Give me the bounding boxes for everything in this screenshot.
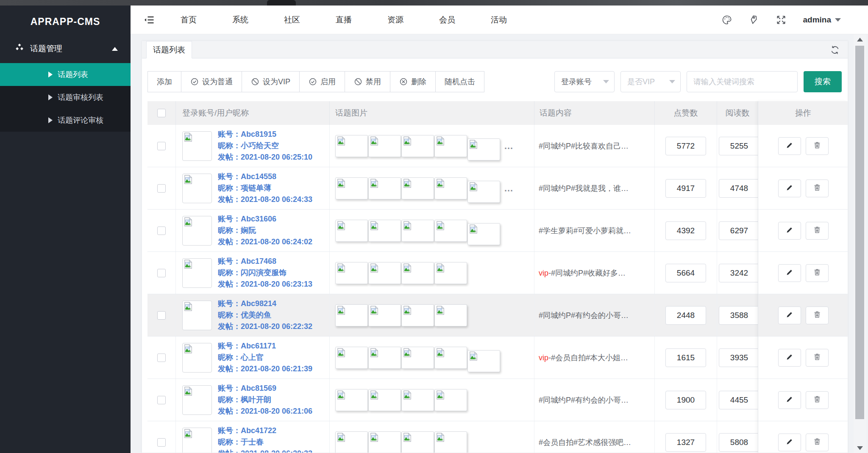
topic-image-broken-thumbnail[interactable] [467,350,500,372]
topic-image-broken-thumbnail[interactable] [335,177,368,199]
sidebar-fold-icon[interactable] [143,14,155,26]
reads-count[interactable]: 4748 [719,179,760,198]
topic-image-broken-thumbnail[interactable] [467,223,500,245]
topic-image-broken-thumbnail[interactable] [401,262,434,284]
topic-image-broken-thumbnail[interactable] [368,262,401,284]
delete-button[interactable] [806,434,829,451]
delete-button[interactable] [806,307,829,324]
nav-item-0[interactable]: 首页 [181,14,197,25]
likes-count[interactable]: 5772 [665,137,706,155]
toolbar-button-4[interactable]: 禁用 [345,71,390,92]
search-button[interactable]: 搜索 [804,71,842,92]
select-all-checkbox[interactable] [157,109,166,117]
delete-button[interactable] [806,264,829,282]
reads-count[interactable]: 5808 [719,433,760,452]
vertical-scrollbar[interactable] [854,34,866,453]
edit-button[interactable] [778,434,801,451]
row-checkbox[interactable] [157,142,166,150]
likes-count[interactable]: 5664 [665,264,706,282]
toolbar-button-1[interactable]: 设为普通 [181,71,242,92]
topic-image-broken-thumbnail[interactable] [434,304,467,326]
reads-count[interactable]: 3588 [719,306,760,325]
toolbar-button-6[interactable]: 随机点击 [435,71,484,92]
topic-image-broken-thumbnail[interactable] [467,181,500,203]
topic-image-broken-thumbnail[interactable] [335,389,368,411]
topic-image-broken-thumbnail[interactable] [434,135,467,157]
row-checkbox[interactable] [157,184,166,193]
nav-item-4[interactable]: 资源 [387,14,403,25]
topic-image-broken-thumbnail[interactable] [434,431,467,453]
delete-button[interactable] [806,349,829,367]
edit-button[interactable] [778,349,801,367]
refresh-icon[interactable] [830,45,840,57]
delete-button[interactable] [806,391,829,409]
topic-image-broken-thumbnail[interactable] [401,431,434,453]
delete-button[interactable] [806,222,829,240]
account-field-select[interactable]: 登录账号 [554,71,615,92]
row-checkbox[interactable] [157,354,166,362]
topic-image-broken-thumbnail[interactable] [401,304,434,326]
toolbar-button-3[interactable]: 启用 [299,71,345,92]
user-menu[interactable]: admina [803,15,841,25]
topic-image-broken-thumbnail[interactable] [401,135,434,157]
toolbar-button-5[interactable]: 删除 [390,71,436,92]
edit-button[interactable] [778,264,801,282]
topic-image-broken-thumbnail[interactable] [368,304,401,326]
topic-image-broken-thumbnail[interactable] [467,138,500,160]
delete-button[interactable] [806,137,829,155]
topic-image-broken-thumbnail[interactable] [434,389,467,411]
row-checkbox[interactable] [157,396,166,404]
row-checkbox[interactable] [157,269,166,277]
topic-image-broken-thumbnail[interactable] [434,177,467,199]
topic-image-broken-thumbnail[interactable] [335,304,368,326]
fullscreen-icon[interactable] [776,14,787,25]
nav-item-1[interactable]: 系统 [232,14,248,25]
topic-image-broken-thumbnail[interactable] [335,135,368,157]
row-checkbox[interactable] [157,311,166,320]
likes-count[interactable]: 4392 [665,221,706,240]
reads-count[interactable]: 3242 [719,264,760,282]
nav-item-5[interactable]: 会员 [439,14,455,25]
toolbar-button-2[interactable]: 设为VIP [242,71,300,92]
topic-image-broken-thumbnail[interactable] [335,262,368,284]
tab-topic-list[interactable]: 话题列表 [146,41,192,58]
topic-image-broken-thumbnail[interactable] [434,220,467,242]
topic-image-broken-thumbnail[interactable] [401,389,434,411]
edit-button[interactable] [778,180,801,197]
topic-image-broken-thumbnail[interactable] [401,220,434,242]
sidebar-item-1[interactable]: 话题审核列表 [0,86,131,109]
edit-button[interactable] [778,307,801,324]
reads-count[interactable]: 6297 [719,221,760,240]
topic-image-broken-thumbnail[interactable] [434,262,467,284]
nav-item-3[interactable]: 直播 [336,14,352,25]
topic-image-broken-thumbnail[interactable] [368,177,401,199]
topic-image-broken-thumbnail[interactable] [335,431,368,453]
edit-button[interactable] [778,222,801,240]
likes-count[interactable]: 1900 [665,391,706,409]
nav-item-2[interactable]: 社区 [284,14,300,25]
topic-image-broken-thumbnail[interactable] [335,220,368,242]
vip-filter-select[interactable]: 是否VIP [620,71,681,92]
sidebar-item-2[interactable]: 话题评论审核 [0,109,131,132]
scrollbar-thumb[interactable] [855,46,864,419]
edit-button[interactable] [778,137,801,155]
reads-count[interactable]: 4455 [719,391,760,409]
likes-count[interactable]: 4917 [665,179,706,198]
topic-image-broken-thumbnail[interactable] [368,389,401,411]
tag-icon[interactable] [748,14,760,25]
likes-count[interactable]: 1327 [665,433,706,452]
edit-button[interactable] [778,391,801,409]
scrollbar-down-arrow-icon[interactable] [857,446,863,450]
topic-image-broken-thumbnail[interactable] [368,347,401,369]
scrollbar-up-arrow-icon[interactable] [857,38,863,41]
reads-count[interactable]: 5255 [719,137,760,155]
palette-icon[interactable] [721,14,732,25]
likes-count[interactable]: 1615 [665,348,706,367]
topic-image-broken-thumbnail[interactable] [368,220,401,242]
topic-image-broken-thumbnail[interactable] [434,347,467,369]
row-checkbox[interactable] [157,438,166,447]
topic-image-broken-thumbnail[interactable] [368,135,401,157]
likes-count[interactable]: 2448 [665,306,706,325]
topic-image-broken-thumbnail[interactable] [335,347,368,369]
sidebar-group-topic-management[interactable]: 话题管理 [0,38,131,60]
